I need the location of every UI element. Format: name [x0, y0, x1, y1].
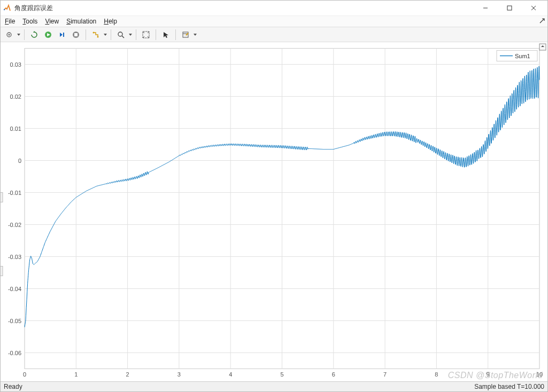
svg-text:2: 2: [126, 371, 129, 377]
chart-area[interactable]: 012345678910-0.06-0.05-0.04-0.03-0.02-0.…: [1, 42, 547, 381]
menu-tools[interactable]: Tools: [22, 18, 37, 25]
stop-button[interactable]: [70, 29, 82, 41]
svg-rect-65: [1, 266, 3, 276]
svg-point-13: [118, 32, 122, 36]
svg-text:Sum1: Sum1: [515, 52, 530, 59]
zoom-button[interactable]: [114, 29, 127, 41]
settings-button[interactable]: [3, 29, 16, 41]
svg-text:-0.01: -0.01: [8, 189, 21, 195]
svg-point-11: [93, 32, 95, 33]
svg-text:7: 7: [383, 371, 387, 377]
svg-text:0: 0: [23, 371, 26, 377]
menu-simulation[interactable]: Simulation: [66, 18, 96, 25]
cursor-button[interactable]: [159, 29, 172, 41]
svg-text:-0.04: -0.04: [8, 285, 21, 292]
fit-button[interactable]: [140, 29, 152, 41]
expand-icon[interactable]: [539, 43, 546, 52]
window-controls: [473, 1, 545, 15]
edit-button[interactable]: [179, 29, 192, 41]
dropdown-icon[interactable]: [17, 34, 21, 36]
menubar: File Tools View Simulation Help: [1, 16, 547, 27]
app-window: 角度跟踪误差 File Tools View Simulation Help: [0, 0, 548, 392]
maximize-button[interactable]: [497, 1, 521, 15]
svg-text:1: 1: [74, 371, 78, 377]
chart-svg[interactable]: 012345678910-0.06-0.05-0.04-0.03-0.02-0.…: [1, 42, 547, 381]
svg-text:-0.06: -0.06: [8, 349, 21, 356]
matlab-icon: [3, 4, 11, 12]
svg-text:0.03: 0.03: [10, 61, 21, 67]
svg-text:4: 4: [229, 371, 232, 377]
minimize-button[interactable]: [473, 1, 497, 15]
svg-point-6: [9, 34, 10, 35]
svg-text:5: 5: [280, 371, 283, 377]
statusbar: Ready Sample based T=10.000: [1, 381, 547, 391]
svg-text:9: 9: [487, 371, 490, 377]
highlight-button[interactable]: [89, 29, 102, 41]
dropdown-icon[interactable]: [193, 34, 197, 36]
svg-rect-10: [74, 33, 78, 36]
titlebar: 角度跟踪误差: [1, 1, 547, 16]
svg-text:0.01: 0.01: [10, 125, 21, 131]
svg-rect-8: [63, 33, 64, 37]
undock-icon[interactable]: [539, 18, 545, 26]
menu-view[interactable]: View: [45, 18, 59, 25]
restart-button[interactable]: [28, 29, 41, 41]
svg-text:10: 10: [536, 371, 543, 377]
dropdown-icon[interactable]: [128, 34, 133, 36]
svg-rect-64: [1, 192, 3, 202]
step-button[interactable]: [56, 29, 68, 41]
close-button[interactable]: [521, 1, 545, 15]
menu-help[interactable]: Help: [104, 18, 117, 25]
svg-line-14: [122, 36, 124, 38]
svg-text:-0.02: -0.02: [8, 221, 21, 228]
svg-text:3: 3: [177, 371, 181, 377]
svg-rect-16: [183, 32, 188, 37]
status-sample: Sample based T=10.000: [474, 383, 544, 390]
window-title: 角度跟踪误差: [14, 4, 473, 13]
menu-file[interactable]: File: [5, 18, 15, 25]
svg-text:8: 8: [435, 371, 438, 377]
svg-rect-2: [507, 6, 512, 10]
svg-text:0.02: 0.02: [10, 93, 21, 99]
status-ready: Ready: [4, 383, 22, 390]
svg-point-0: [4, 9, 5, 10]
toolbar: [1, 27, 547, 42]
svg-text:6: 6: [332, 371, 335, 377]
svg-text:-0.03: -0.03: [8, 253, 21, 260]
dropdown-icon[interactable]: [103, 34, 107, 36]
svg-text:0: 0: [18, 157, 21, 163]
svg-text:-0.05: -0.05: [8, 317, 21, 324]
svg-point-12: [97, 36, 99, 37]
run-button[interactable]: [42, 29, 55, 41]
